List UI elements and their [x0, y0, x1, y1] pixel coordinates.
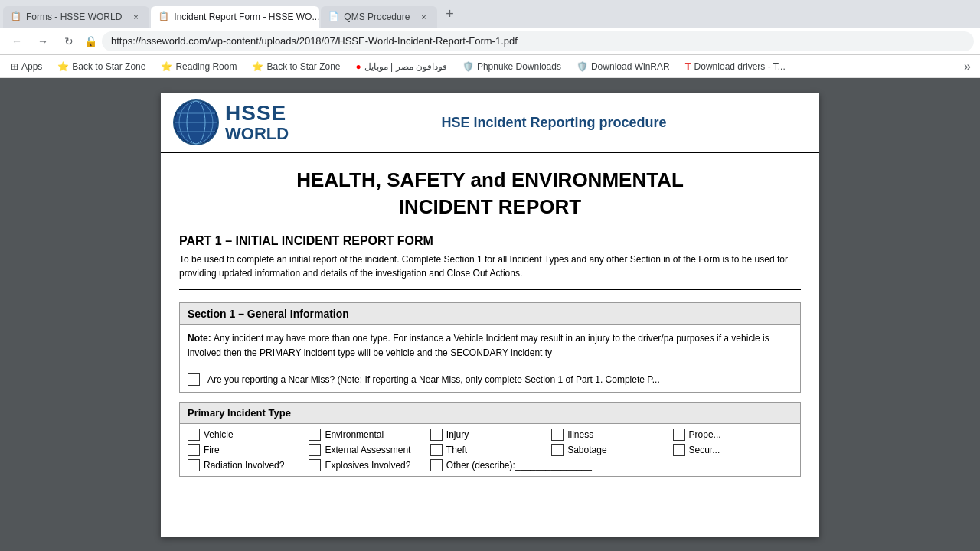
- incident-item-prope: Prope...: [673, 429, 792, 441]
- logo-hsse-text: HSSE: [225, 102, 289, 126]
- pdf-page: HSSE WORLD HSE Incident Reporting proced…: [161, 93, 819, 537]
- label-sabotage: Sabotage: [567, 445, 606, 455]
- incident-item-vehicle: Vehicle: [188, 429, 307, 441]
- tab-favicon-3: 📄: [328, 11, 339, 22]
- primary-label: PRIMARY: [260, 347, 301, 358]
- section1-note-text: Any incident may have more than one type…: [188, 333, 769, 358]
- label-injury: Injury: [446, 429, 469, 440]
- tab-qms[interactable]: 📄 QMS Procedure ×: [321, 6, 437, 28]
- primary-incident-header: Primary Incident Type: [180, 403, 800, 424]
- label-vehicle: Vehicle: [204, 429, 234, 440]
- incident-grid: Vehicle Environmental Injury Illness: [180, 424, 800, 476]
- incident-item-explosives: Explosives Involved?: [309, 459, 428, 471]
- label-fire: Fire: [204, 445, 220, 455]
- bookmark-drivers-label: Download drivers - T...: [694, 61, 786, 72]
- incident-item-secur: Secur...: [673, 444, 792, 456]
- logo-world-text: WORLD: [225, 125, 289, 143]
- label-radiation: Radiation Involved?: [204, 460, 284, 471]
- bookmark-star-zone-2-label: Back to Star Zone: [266, 61, 340, 72]
- label-prope: Prope...: [689, 429, 721, 440]
- bookmark-vodafone[interactable]: ● فودافون مصر | موبايل: [350, 60, 453, 73]
- address-bar: ← → ↻ 🔒: [0, 28, 980, 55]
- tab-incident-report[interactable]: 📋 Incident Report Form - HSSE WO... ×: [151, 6, 319, 28]
- tab-favicon-2: 📋: [158, 11, 169, 22]
- checkbox-secur[interactable]: [673, 444, 685, 456]
- bookmark-apps[interactable]: ⊞ Apps: [5, 60, 48, 73]
- incident-item-radiation: Radiation Involved?: [188, 459, 307, 471]
- checkbox-vehicle[interactable]: [188, 429, 200, 441]
- checkbox-radiation[interactable]: [188, 459, 200, 471]
- tab-favicon-1: 📋: [11, 11, 21, 22]
- pdf-header: HSSE WORLD HSE Incident Reporting proced…: [161, 93, 819, 153]
- label-external: External Assessment: [325, 445, 410, 455]
- incident-item-sabotage: Sabotage: [551, 444, 671, 456]
- pdf-header-title: HSE Incident Reporting procedure: [301, 115, 807, 131]
- bookmark-drivers[interactable]: T Download drivers - T...: [679, 59, 792, 73]
- pdf-viewer: HSSE WORLD HSE Incident Reporting proced…: [0, 78, 980, 551]
- reload-button[interactable]: ↻: [58, 31, 80, 52]
- part1-description: To be used to complete an initial report…: [179, 253, 801, 290]
- primary-incident-box: Primary Incident Type Vehicle Environmen…: [179, 402, 801, 477]
- forward-button[interactable]: →: [32, 31, 54, 52]
- bookmark-winrar[interactable]: 🛡️ Download WinRAR: [570, 60, 676, 73]
- checkbox-sabotage[interactable]: [551, 444, 564, 456]
- tab-label-1: Forms - HSSE WORLD: [26, 11, 122, 22]
- pdf-content: HEALTH, SAFETY and ENVIRONMENTAL INCIDEN…: [161, 153, 819, 492]
- bookmark-reading-room[interactable]: ⭐ Reading Room: [155, 60, 243, 73]
- label-environmental: Environmental: [325, 429, 384, 440]
- incident-item-environmental: Environmental: [309, 429, 428, 441]
- tab-close-3[interactable]: ×: [417, 11, 430, 23]
- bookmark-star-zone-2[interactable]: ⭐ Back to Star Zone: [246, 60, 346, 73]
- bookmarks-overflow-icon[interactable]: »: [959, 58, 975, 75]
- section1-note-label: Note:: [188, 333, 214, 344]
- address-input[interactable]: [102, 31, 974, 51]
- checkbox-theft[interactable]: [430, 444, 443, 456]
- incident-item-other: Other (describe):_______________: [430, 459, 671, 471]
- near-miss-checkbox[interactable]: [188, 373, 200, 386]
- section1-header: Section 1 – General Information: [180, 303, 800, 325]
- checkbox-prope[interactable]: [673, 429, 685, 441]
- winrar-icon: 🛡️: [577, 61, 588, 72]
- bookmark-star-zone-1[interactable]: ⭐ Back to Star Zone: [51, 60, 152, 73]
- bookmark-winrar-label: Download WinRAR: [591, 61, 670, 72]
- checkbox-fire[interactable]: [188, 444, 200, 456]
- bookmark-vodafone-label: فودافون مصر | موبايل: [364, 61, 447, 72]
- section1-box: Section 1 – General Information Note: An…: [179, 302, 801, 393]
- tab-label-2: Incident Report Form - HSSE WO...: [174, 11, 319, 22]
- bookmark-star-zone-1-label: Back to Star Zone: [72, 61, 145, 72]
- label-theft: Theft: [446, 445, 467, 455]
- tab-forms-hsse[interactable]: 📋 Forms - HSSE WORLD ×: [3, 6, 149, 28]
- lock-icon: 🔒: [84, 35, 97, 47]
- checkbox-explosives[interactable]: [309, 459, 321, 471]
- checkbox-external[interactable]: [309, 444, 321, 456]
- bookmark-phpnuke-label: Phpnuke Downloads: [477, 61, 561, 72]
- checkbox-illness[interactable]: [551, 429, 564, 441]
- bookmark-reading-room-label: Reading Room: [175, 61, 237, 72]
- checkbox-injury[interactable]: [430, 429, 443, 441]
- checkbox-environmental[interactable]: [309, 429, 321, 441]
- part1-heading-rest: – INITIAL INCIDENT REPORT FORM: [225, 234, 433, 247]
- incident-item-injury: Injury: [430, 429, 550, 441]
- vodafone-icon: ●: [356, 61, 361, 72]
- star-icon-1: ⭐: [57, 61, 69, 72]
- checkbox-other[interactable]: [430, 459, 443, 471]
- part1-heading: PART 1 – INITIAL INCIDENT REPORT FORM: [179, 234, 801, 248]
- drivers-icon: T: [685, 60, 691, 72]
- secondary-label: SECONDARY: [450, 347, 508, 358]
- incident-item-illness: Illness: [551, 429, 671, 441]
- near-miss-row: Are you reporting a Near Miss? (Note: If…: [180, 367, 800, 392]
- tab-close-1[interactable]: ×: [129, 11, 142, 23]
- tab-bar: 📋 Forms - HSSE WORLD × 📋 Incident Report…: [0, 0, 980, 28]
- label-other: Other (describe):_______________: [446, 460, 592, 471]
- back-button[interactable]: ←: [6, 31, 28, 52]
- phpnuke-icon: 🛡️: [462, 61, 474, 72]
- incident-item-theft: Theft: [430, 444, 550, 456]
- star-icon-2: ⭐: [161, 61, 172, 72]
- new-tab-button[interactable]: +: [439, 3, 460, 24]
- label-illness: Illness: [567, 429, 593, 440]
- incident-item-fire: Fire: [188, 444, 307, 456]
- star-icon-3: ⭐: [252, 61, 263, 72]
- bookmark-apps-label: Apps: [21, 61, 42, 72]
- bookmark-phpnuke[interactable]: 🛡️ Phpnuke Downloads: [456, 60, 567, 73]
- main-title-line1: HEALTH, SAFETY and ENVIRONMENTAL: [179, 168, 801, 192]
